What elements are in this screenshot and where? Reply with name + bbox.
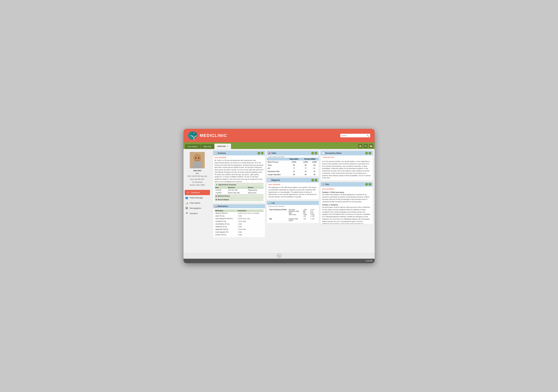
med-row: carvediol 25 mg1 twice daily xyxy=(215,220,263,223)
nav-tabs: View Patients JANE DOE JOHN DOE ✕ xyxy=(185,144,231,149)
diag-icon: 📝 xyxy=(268,179,270,181)
tab-john-doe[interactable]: JOHN DOE ✕ xyxy=(214,144,231,149)
lab-subtitle: Last 2 years for all visits xyxy=(267,205,319,207)
tab-view-patients[interactable]: View Patients xyxy=(185,144,200,149)
appt-arrow: ▼ xyxy=(216,184,218,186)
vitals-next-btn[interactable]: › xyxy=(315,152,317,155)
med-col-instructions: Instructions xyxy=(237,209,263,212)
sidebar-item-demographics[interactable]: 👫 Demographics xyxy=(183,206,211,211)
plan-problem-1-text: The patient will undergo a cerebral angi… xyxy=(322,193,371,203)
vitals-header: 💓 Vitals ‹ › xyxy=(267,151,319,155)
search-input[interactable] xyxy=(341,135,366,136)
diag-content: Visit: 5/21/2018 The appearance of the M… xyxy=(267,183,319,199)
nav-bar: View Patients JANE DOE JOHN DOE ✕ 🏠 ✉ 📅 xyxy=(183,142,375,149)
plan-nav: ‹ › xyxy=(365,183,371,186)
app-name: MEDICLINIC xyxy=(200,133,227,138)
lab-content: Total Cholesterol (CHOL) Desirable Borde… xyxy=(267,207,319,223)
logo-symbol: + xyxy=(190,131,198,140)
appt-row: 7/16/2017 Steven Koop, MD Sleep Issues xyxy=(215,191,263,194)
lab-panel: 🔬 Lab Last 2 years for all visits Total … xyxy=(267,201,319,223)
vitals-panel: 💓 Vitals ‹ › Last 2 years for all visits… xyxy=(267,151,319,176)
lab-table: Total Cholesterol (CHOL) Desirable Borde… xyxy=(268,208,317,222)
demographics-icon: 👫 xyxy=(185,207,188,209)
vitals-nav: ‹ › xyxy=(311,152,317,155)
diag-prev-btn[interactable]: ‹ xyxy=(311,179,314,182)
sidebar: John Doe Male DOB: 1/2/1979 (39 Years ol… xyxy=(183,149,211,253)
lab-header: 🔬 Lab xyxy=(267,201,319,205)
left-col: 📋 Summary ‹ › Visit: 5/21/2018 Mr. Smith… xyxy=(213,151,265,251)
appt-col-date: Date xyxy=(215,186,227,189)
sidebar-item-dashboard[interactable]: ⊙ Dashboard xyxy=(185,190,210,195)
summary-content: Visit: 5/21/2018 Mr. Smith is a 39-year-… xyxy=(213,155,265,203)
plan-problem-1-label: Problem 1. R IIIrd nerve palsy. xyxy=(322,191,371,194)
med-col-name: Medication xyxy=(215,209,237,212)
mail-button[interactable]: ✉ xyxy=(364,144,368,148)
vitals-subtitle: Last 2 years for all visits xyxy=(267,155,319,158)
lab-row-chol: Total Cholesterol (CHOL) Desirable Borde… xyxy=(268,208,317,218)
main-layout: John Doe Male DOB: 1/2/1979 (39 Years ol… xyxy=(183,149,375,253)
calendar-button[interactable]: 📅 xyxy=(369,144,373,148)
status-bar: 3:22 PM xyxy=(183,259,375,263)
med-row: losartan 100 mg1 daily xyxy=(215,233,263,236)
appt-date-2: 7/16/2017 xyxy=(215,191,227,194)
summary-visit-date: Visit: 5/21/2018 xyxy=(215,157,263,158)
lab-row-hdl: HDL Negative Risk Factor > 60 > 1.55 xyxy=(268,218,317,222)
sidebar-item-insurance[interactable]: ☂ Insurance xyxy=(183,211,211,216)
patient-dob: DOB: 1/2/1979 (39 Years old) xyxy=(185,175,210,177)
plan-panel: 🏃 Plan ‹ › Visit: 5/21/2018 Problem 1. R… xyxy=(320,182,373,224)
sidebar-item-chart-search[interactable]: 📊 Chart Search xyxy=(183,200,211,206)
lab-chol-categories: Desirable Borderline High High Risk Fact… xyxy=(288,208,302,218)
appt-toggle[interactable]: ▼ Appointment Summary xyxy=(215,183,263,186)
appt-reason-2: Sleep Issues xyxy=(247,191,263,194)
add-note-button[interactable]: + Add new note xyxy=(321,155,373,159)
summary-nav: ‹ › xyxy=(258,152,263,155)
summary-next-btn[interactable]: › xyxy=(261,152,263,155)
plan-header: 🏃 Plan ‹ › xyxy=(321,182,373,187)
docs-prev-btn[interactable]: ‹ xyxy=(365,152,368,155)
meds-header: 💊 Medications xyxy=(213,204,265,208)
summary-prev-btn[interactable]: ‹ xyxy=(258,152,260,155)
patient-gender: Male xyxy=(185,172,210,174)
vital-row-hr: HR 77 77 67 xyxy=(267,167,319,170)
vitals-prev-btn[interactable]: ‹ xyxy=(311,152,314,155)
plan-prev-btn[interactable]: ‹ xyxy=(365,183,368,186)
reconciliation-toggle[interactable]: ▶ Reconciliation xyxy=(215,198,263,201)
patient-card: John Doe Male DOB: 1/2/1979 (39 Years ol… xyxy=(183,150,211,188)
lab-hdl-cat: Negative Risk Factor xyxy=(288,218,302,222)
lab-chol-ranges2: < 5.17 5.17 - 6.18 > 6.20 < 1.03 xyxy=(309,208,317,218)
right-col: 📄 Documents | Notes ‹ › + Add new note A… xyxy=(320,151,373,251)
appt-physician-1: John Doe, MD xyxy=(227,189,247,192)
diag-next-btn[interactable]: › xyxy=(315,179,317,182)
meds-content: Medication Instructions albuterol HFA 90… xyxy=(213,208,265,237)
summary-panel: 📋 Summary ‹ › Visit: 5/21/2018 Mr. Smith… xyxy=(213,151,265,203)
chart-search-icon: 📊 xyxy=(185,201,188,204)
mid-col: 💓 Vitals ‹ › Last 2 years for all visits… xyxy=(267,151,319,251)
svg-rect-14 xyxy=(193,163,202,168)
med-row: gabapentin 600 mg1 twice daily xyxy=(215,228,263,231)
med-row: citalopram 20 mg1 daily xyxy=(215,225,263,228)
medhistory-toggle[interactable]: ▶ Medical History xyxy=(215,194,263,198)
patient-name: John Doe xyxy=(185,170,210,172)
search-button[interactable]: 🔍 xyxy=(366,134,369,137)
vitals-today-header: Today within xyxy=(287,158,301,160)
vital-row-bp: Blood Pressure 120/80 120/80 120/80 xyxy=(267,160,319,164)
home-button[interactable]: 🏠 xyxy=(358,144,362,148)
logo-area: ✚ 👤 + MEDICLINIC xyxy=(188,131,227,140)
sidebar-nav: ⊙ Dashboard 👥 Patient Manager 📊 Chart Se… xyxy=(183,190,211,216)
lab-hdl-range1: > 60 xyxy=(302,218,309,222)
plan-next-btn[interactable]: › xyxy=(368,183,371,186)
reconciliation-arrow: ▶ xyxy=(216,199,217,201)
vital-row-rr: Respiratory Rate 19 18 18 xyxy=(267,170,319,173)
sidebar-item-patient-manager[interactable]: 👥 Patient Manager xyxy=(183,195,211,200)
plan-icon: 🏃 xyxy=(322,183,324,185)
tab-jane-doe[interactable]: JANE DOE xyxy=(201,144,214,149)
lab-hdl-name: HDL xyxy=(268,218,288,222)
diag-header: 📝 Diagnosis ‹ › xyxy=(267,178,319,183)
tab-close-icon[interactable]: ✕ xyxy=(227,145,228,147)
docs-header: 📄 Documents | Notes ‹ › xyxy=(321,151,373,155)
appt-row: 2/1/2018 John Doe, MD Plagiocephaly xyxy=(215,189,263,192)
docs-next-btn[interactable]: › xyxy=(368,152,371,155)
header-search[interactable]: 🔍 xyxy=(340,134,370,137)
hp-logo-area: hp xyxy=(183,253,375,259)
lab-hdl-range2: > 1.55 xyxy=(309,218,317,222)
